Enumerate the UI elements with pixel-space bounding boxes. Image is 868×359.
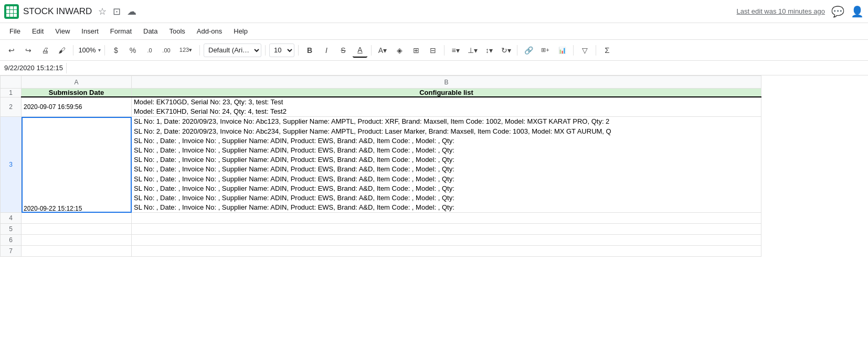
title-icons: ☆ ⊡ ☁ [98, 6, 136, 17]
spreadsheet: A B 1 Submission Date Configurable list [0, 75, 868, 359]
formula-bar: 9/22/2020 15:12:15 [0, 61, 868, 75]
merge-button[interactable]: ⊟ [426, 43, 440, 58]
configurable-list-3: SL No: 1, Date: 2020/09/23, Invoice No: … [134, 117, 759, 212]
print-button[interactable]: 🖨 [38, 43, 52, 58]
last-edit-text: Last edit was 10 minutes ago [737, 7, 825, 15]
paint-format-button[interactable]: 🖌 [55, 43, 69, 58]
strikethrough-button[interactable]: S [336, 43, 351, 58]
menu-addons[interactable]: Add-ons [192, 25, 227, 37]
zoom-level: 100% [77, 46, 97, 54]
menu-file[interactable]: File [4, 25, 26, 37]
halign-button[interactable]: ≡▾ [448, 43, 463, 58]
cell-a3[interactable]: 2020-09-22 15:12:15 [22, 117, 132, 213]
menu-tools[interactable]: Tools [164, 25, 190, 37]
cell-a2[interactable]: 2020-09-07 16:59:56 [22, 97, 132, 117]
table-row: 6 [1, 235, 761, 246]
fill-color-button[interactable]: ◈ [392, 43, 407, 58]
rotate-button[interactable]: ↻▾ [499, 43, 513, 58]
configurable-list-2: Model: EK710GD, Serial No: 23, Qty: 3, t… [134, 97, 759, 116]
configurable-list-header[interactable]: Configurable list [132, 89, 761, 97]
menu-format[interactable]: Format [105, 25, 137, 37]
font-family-select[interactable]: Default (Ari… [204, 43, 261, 57]
submission-date-3: 2020-09-22 15:12:15 [24, 205, 82, 212]
row-num-3: 3 [1, 117, 22, 213]
menu-insert[interactable]: Insert [76, 25, 104, 37]
cell-a4[interactable] [22, 213, 132, 224]
row-num-1: 1 [1, 89, 22, 97]
redo-button[interactable]: ↪ [21, 43, 36, 58]
table-row: 4 [1, 213, 761, 224]
menu-help[interactable]: Help [228, 25, 253, 37]
document-title: STOCK INWARD [23, 6, 92, 17]
row-num-4: 4 [1, 213, 22, 224]
title-bar-right: Last edit was 10 minutes ago 💬 👤 [737, 5, 864, 18]
menu-data[interactable]: Data [138, 25, 163, 37]
header-row: 1 Submission Date Configurable list [1, 89, 761, 97]
cell-b7[interactable] [132, 246, 761, 257]
cell-a6[interactable] [22, 235, 132, 246]
undo-button[interactable]: ↩ [4, 43, 19, 58]
table-row: 2 2020-09-07 16:59:56 Model: EK710GD, Se… [1, 97, 761, 117]
link-button[interactable]: 🔗 [521, 43, 536, 58]
row-num-7: 7 [1, 246, 22, 257]
row-num-5: 5 [1, 224, 22, 235]
cell-b3[interactable]: SL No: 1, Date: 2020/09/23, Invoice No: … [132, 117, 761, 213]
submission-date-label: Submission Date [49, 89, 104, 96]
decimal-dec-button[interactable]: .0 [142, 43, 157, 58]
valign-button[interactable]: ⊥▾ [465, 43, 480, 58]
cell-b5[interactable] [132, 224, 761, 235]
font-size-select[interactable]: 10 [269, 43, 294, 57]
table-row: 3 2020-09-22 15:12:15 SL No: 1, Date: 20… [1, 117, 761, 213]
row-num-2: 2 [1, 97, 22, 117]
wrap-button[interactable]: ↕▾ [482, 43, 496, 58]
menu-edit[interactable]: Edit [27, 25, 49, 37]
text-color-button[interactable]: A▾ [375, 43, 390, 58]
sheets-logo [4, 4, 19, 19]
comment-button[interactable]: ⊞+ [538, 43, 553, 58]
italic-button[interactable]: I [319, 43, 334, 58]
submission-date-header[interactable]: Submission Date [22, 89, 132, 97]
percent-button[interactable]: % [125, 43, 140, 58]
toolbar: ↩ ↪ 🖨 🖌 100% ▾ $ % .0 .00 123▾ Default (… [0, 40, 868, 61]
row-num-6: 6 [1, 235, 22, 246]
cell-b6[interactable] [132, 235, 761, 246]
col-a-header[interactable]: A [22, 76, 132, 89]
configurable-list-label: Configurable list [419, 89, 473, 96]
drive-icon[interactable]: ⊡ [113, 6, 121, 17]
underline-button[interactable]: A [353, 43, 367, 58]
table-row: 7 [1, 246, 761, 257]
cloud-icon[interactable]: ☁ [127, 6, 136, 17]
filter-button[interactable]: ▽ [577, 43, 592, 58]
menu-view[interactable]: View [50, 25, 75, 37]
submission-date-2: 2020-09-07 16:59:56 [24, 103, 82, 111]
comments-icon[interactable]: 💬 [831, 5, 844, 18]
chart-button[interactable]: 📊 [555, 43, 569, 58]
bold-button[interactable]: B [302, 43, 317, 58]
sum-button[interactable]: Σ [600, 43, 615, 58]
cell-b2[interactable]: Model: EK710GD, Serial No: 23, Qty: 3, t… [132, 97, 761, 117]
share-button[interactable]: 👤 [851, 5, 864, 18]
table-row: 5 [1, 224, 761, 235]
menu-bar: File Edit View Insert Format Data Tools … [0, 23, 868, 40]
col-b-header[interactable]: B [132, 76, 761, 89]
sheet-grid[interactable]: A B 1 Submission Date Configurable list [0, 75, 868, 359]
zoom-control[interactable]: 100% ▾ [77, 46, 101, 54]
title-bar: STOCK INWARD ☆ ⊡ ☁ Last edit was 10 minu… [0, 0, 868, 23]
format-number-button[interactable]: 123▾ [176, 43, 196, 58]
star-icon[interactable]: ☆ [98, 6, 107, 17]
grid-table: A B 1 Submission Date Configurable list [0, 75, 761, 257]
corner-header [1, 76, 22, 89]
cell-reference: 9/22/2020 15:12:15 [4, 64, 63, 72]
cell-b4[interactable] [132, 213, 761, 224]
cell-a7[interactable] [22, 246, 132, 257]
borders-button[interactable]: ⊞ [409, 43, 424, 58]
cell-a5[interactable] [22, 224, 132, 235]
decimal-inc-button[interactable]: .00 [159, 43, 174, 58]
currency-button[interactable]: $ [109, 43, 123, 58]
